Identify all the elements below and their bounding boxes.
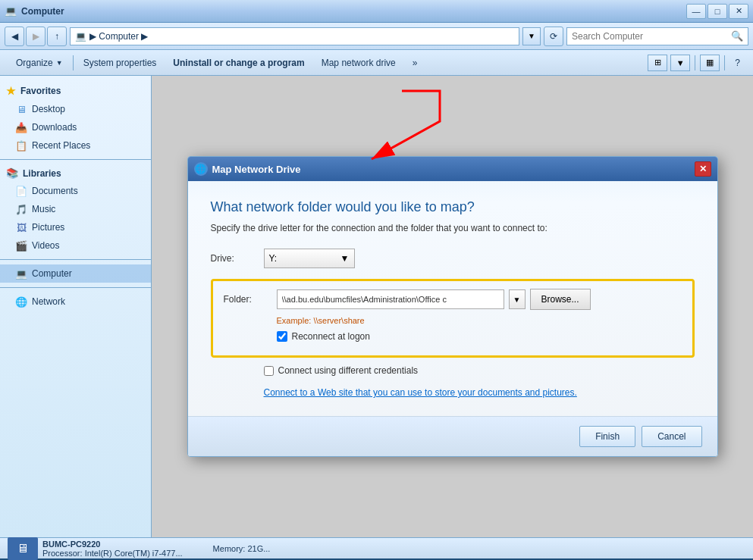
favorites-header: ★ Favorites [0, 82, 151, 100]
address-bar: ◀ ▶ ↑ 💻 ▶ Computer ▶ ▼ ⟳ 🔍 [0, 23, 753, 50]
address-path[interactable]: 💻 ▶ Computer ▶ [70, 27, 519, 45]
refresh-button[interactable]: ⟳ [544, 27, 563, 46]
forward-button[interactable]: ▶ [26, 27, 45, 46]
pictures-label: Pictures [32, 222, 64, 233]
network-icon: 🌐 [15, 296, 27, 308]
recent-places-icon: 📋 [15, 139, 27, 152]
folder-icon: 💻 [75, 31, 86, 42]
folder-dropdown-button[interactable]: ▼ [509, 289, 526, 309]
map-network-drive-dialog: 🌐 Map Network Drive ✕ What network folde… [187, 156, 718, 457]
back-button[interactable]: ◀ [5, 27, 24, 46]
status-computer-info: 🖥 BUMC-PC9220 Processor: Intel(R) Core(T… [8, 537, 183, 560]
window-title: Computer [21, 6, 686, 17]
more-button[interactable]: » [404, 52, 426, 74]
computer-icon: 💻 [15, 267, 27, 280]
up-button[interactable]: ↑ [47, 27, 67, 46]
sidebar-item-network[interactable]: 🌐 Network [0, 293, 151, 311]
example-text: Example: \\server\share [277, 316, 682, 325]
drive-label: Drive: [211, 253, 264, 264]
documents-label: Documents [32, 186, 78, 196]
processor-info: Processor: Intel(R) Core(TM) i7-477... [42, 549, 183, 558]
folder-input[interactable]: \\ad.bu.edu\bumcfiles\Administration\Off… [277, 289, 504, 309]
minimize-button[interactable]: — [686, 4, 706, 19]
system-properties-label: System properties [83, 58, 157, 68]
sidebar-item-videos[interactable]: 🎬 Videos [0, 236, 151, 255]
search-input[interactable] [572, 31, 728, 42]
dialog-overlay: 🌐 Map Network Drive ✕ What network folde… [152, 76, 753, 537]
browse-label: Browse... [541, 294, 579, 305]
computer-name: BUMC-PC9220 [42, 540, 183, 549]
downloads-icon: 📥 [15, 121, 27, 133]
cancel-label: Cancel [657, 431, 686, 442]
dialog-titlebar: 🌐 Map Network Drive ✕ [188, 157, 717, 181]
sidebar-item-downloads[interactable]: 📥 Downloads [0, 118, 151, 136]
recent-places-label: Recent Places [32, 140, 90, 151]
map-drive-button[interactable]: Map network drive [313, 52, 404, 74]
organize-arrow: ▼ [56, 59, 63, 67]
help-button[interactable]: ? [729, 52, 745, 74]
documents-icon: 📄 [15, 185, 27, 197]
search-icon[interactable]: 🔍 [731, 30, 743, 42]
reconnect-checkbox[interactable] [277, 331, 287, 342]
dialog-subtext: Specify the drive letter for the connect… [211, 223, 695, 233]
nav-buttons: ◀ ▶ ↑ [5, 27, 67, 46]
drive-row: Drive: Y: ▼ [211, 249, 695, 268]
favorites-section: ★ Favorites 🖥 Desktop 📥 Downloads 📋 Rece… [0, 82, 151, 155]
sidebar-item-documents[interactable]: 📄 Documents [0, 182, 151, 200]
desktop-icon: 🖥 [15, 103, 27, 115]
toolbar: Organize ▼ System properties Uninstall o… [0, 50, 753, 76]
music-icon: 🎵 [15, 203, 27, 215]
main-layout: ★ Favorites 🖥 Desktop 📥 Downloads 📋 Rece… [0, 76, 753, 537]
folder-value: \\ad.bu.edu\bumcfiles\Administration\Off… [282, 295, 447, 304]
browse-button[interactable]: Browse... [530, 289, 591, 310]
sidebar-item-computer[interactable]: 💻 Computer [0, 264, 151, 283]
search-box[interactable]: 🔍 [566, 27, 748, 45]
libraries-section: 📚 Libraries 📄 Documents 🎵 Music 🖼 Pictur… [0, 164, 151, 255]
close-button[interactable]: ✕ [729, 4, 748, 19]
videos-icon: 🎬 [15, 239, 27, 252]
folder-row: Folder: \\ad.bu.edu\bumcfiles\Administra… [224, 289, 682, 310]
dialog-heading: What network folder would you like to ma… [211, 199, 695, 215]
reconnect-checkbox-row: Reconnect at logon [277, 331, 682, 342]
desktop-label: Desktop [32, 104, 65, 114]
organize-label: Organize [16, 58, 53, 68]
uninstall-label: Uninstall or change a program [173, 58, 304, 68]
cancel-button[interactable]: Cancel [642, 426, 701, 447]
window-icon: 💻 [5, 5, 17, 17]
uninstall-button[interactable]: Uninstall or change a program [165, 52, 312, 74]
dialog-close-button[interactable]: ✕ [695, 161, 711, 177]
link-row: Connect to a Web site that you can use t… [211, 386, 695, 398]
finish-label: Finish [595, 431, 620, 442]
organize-button[interactable]: Organize ▼ [8, 52, 71, 74]
status-bar: 🖥 BUMC-PC9220 Processor: Intel(R) Core(T… [0, 537, 753, 558]
toolbar-separator-2 [695, 55, 695, 70]
address-dropdown[interactable]: ▼ [522, 27, 541, 45]
drive-select[interactable]: Y: ▼ [264, 249, 355, 268]
system-properties-button[interactable]: System properties [75, 52, 165, 74]
window-controls: — □ ✕ [686, 4, 748, 19]
sidebar-item-recent-places[interactable]: 📋 Recent Places [0, 136, 151, 155]
folder-input-group: \\ad.bu.edu\bumcfiles\Administration\Off… [277, 289, 591, 310]
finish-button[interactable]: Finish [579, 426, 635, 447]
music-label: Music [32, 204, 55, 214]
view-icon-button[interactable]: ⊞ [648, 55, 667, 71]
sidebar-item-desktop[interactable]: 🖥 Desktop [0, 100, 151, 118]
title-bar: 💻 Computer — □ ✕ [0, 0, 753, 23]
folder-label: Folder: [224, 294, 277, 305]
maximize-button[interactable]: □ [708, 4, 727, 19]
dialog-title-text: Map Network Drive [212, 164, 690, 175]
diff-creds-checkbox[interactable] [264, 366, 274, 376]
computer-thumbnail: 🖥 [8, 537, 38, 560]
sidebar-divider-1 [0, 159, 151, 160]
preview-pane-button[interactable]: ▦ [700, 55, 720, 71]
dialog-footer: Finish Cancel [188, 416, 717, 456]
web-site-link[interactable]: Connect to a Web site that you can use t… [264, 387, 577, 398]
view-dropdown-button[interactable]: ▼ [670, 55, 690, 71]
libraries-label: Libraries [23, 168, 61, 179]
reconnect-label: Reconnect at logon [292, 331, 370, 342]
sidebar-item-pictures[interactable]: 🖼 Pictures [0, 218, 151, 236]
folder-highlight-box: Folder: \\ad.bu.edu\bumcfiles\Administra… [211, 279, 695, 358]
map-drive-label: Map network drive [322, 58, 396, 68]
more-label: » [413, 58, 418, 68]
sidebar-item-music[interactable]: 🎵 Music [0, 200, 151, 218]
